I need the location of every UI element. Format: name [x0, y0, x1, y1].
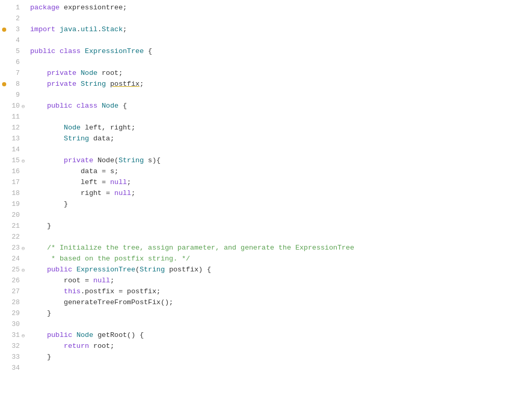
- collapse-button[interactable]: ⊖: [21, 265, 25, 276]
- line-number-10: 10⊖: [0, 100, 24, 111]
- code-line-15: private Node(String s){: [30, 155, 532, 166]
- line-number-34: 34: [0, 362, 24, 373]
- line-number-24: 24: [0, 253, 24, 264]
- marker-dot: [2, 82, 6, 86]
- line-number-9: 9: [0, 89, 24, 100]
- code-line-1: package expressiontree;: [30, 2, 532, 13]
- code-line-33: }: [30, 351, 532, 362]
- line-number-32: 32: [0, 341, 24, 351]
- line-number-18: 18: [0, 188, 24, 199]
- collapse-button[interactable]: ⊖: [21, 331, 25, 342]
- code-line-34: [30, 362, 532, 373]
- code-line-9: [30, 89, 532, 100]
- code-line-19: }: [30, 199, 532, 210]
- line-number-27: 27: [0, 286, 24, 297]
- code-line-26: root = null;: [30, 275, 532, 286]
- code-line-18: right = null;: [30, 188, 532, 199]
- code-line-3: import java.util.Stack;: [30, 24, 532, 35]
- code-line-23: /* Initialize the tree, assign parameter…: [30, 242, 532, 253]
- line-number-14: 14: [0, 144, 24, 155]
- line-number-15: 15⊖: [0, 155, 24, 166]
- line-number-12: 12: [0, 122, 24, 133]
- line-number-26: 26: [0, 275, 24, 286]
- code-line-13: String data;: [30, 133, 532, 144]
- code-line-28: generateTreeFromPostFix();: [30, 297, 532, 308]
- line-number-20: 20: [0, 210, 24, 220]
- line-number-25: 25⊖: [0, 264, 24, 275]
- line-number-21: 21: [0, 220, 24, 231]
- code-line-14: [30, 144, 532, 155]
- line-numbers: 12345678910⊖1112131415⊖1617181920212223⊖…: [0, 0, 24, 404]
- line-number-13: 13: [0, 133, 24, 144]
- code-line-17: left = null;: [30, 177, 532, 188]
- code-line-22: [30, 231, 532, 242]
- line-number-4: 4: [0, 35, 24, 46]
- code-line-12: Node left, right;: [30, 122, 532, 133]
- line-number-11: 11: [0, 111, 24, 122]
- code-line-29: }: [30, 308, 532, 319]
- code-line-11: [30, 111, 532, 122]
- code-line-10: public class Node {: [30, 100, 532, 111]
- line-number-19: 19: [0, 199, 24, 210]
- code-line-5: public class ExpressionTree {: [30, 46, 532, 57]
- line-number-2: 2: [0, 13, 24, 24]
- line-number-16: 16: [0, 166, 24, 177]
- code-line-4: [30, 35, 532, 46]
- line-number-1: 1: [0, 2, 24, 13]
- line-number-30: 30: [0, 319, 24, 330]
- code-editor: 12345678910⊖1112131415⊖1617181920212223⊖…: [0, 0, 532, 404]
- line-number-28: 28: [0, 297, 24, 308]
- code-line-7: private Node root;: [30, 68, 532, 79]
- code-line-20: [30, 210, 532, 220]
- code-line-8: private String postfix;: [30, 79, 532, 89]
- code-line-6: [30, 57, 532, 68]
- collapse-button[interactable]: ⊖: [21, 243, 25, 254]
- code-line-25: public ExpressionTree(String postfix) {: [30, 264, 532, 275]
- code-content: package expressiontree; import java.util…: [24, 0, 532, 404]
- line-number-29: 29: [0, 308, 24, 319]
- collapse-button[interactable]: ⊖: [21, 156, 25, 167]
- line-number-3: 3: [0, 24, 24, 35]
- code-line-16: data = s;: [30, 166, 532, 177]
- code-line-2: [30, 13, 532, 24]
- line-number-23: 23⊖: [0, 242, 24, 253]
- line-number-6: 6: [0, 57, 24, 68]
- code-line-32: return root;: [30, 341, 532, 351]
- line-number-33: 33: [0, 351, 24, 362]
- collapse-button[interactable]: ⊖: [21, 101, 25, 112]
- code-line-21: }: [30, 220, 532, 231]
- line-number-17: 17: [0, 177, 24, 188]
- code-line-24: * based on the postfix string. */: [30, 253, 532, 264]
- line-number-8: 8: [0, 79, 24, 89]
- line-number-5: 5: [0, 46, 24, 57]
- line-number-7: 7: [0, 68, 24, 79]
- code-line-27: this.postfix = postfix;: [30, 286, 532, 297]
- code-line-31: public Node getRoot() {: [30, 330, 532, 341]
- line-number-22: 22: [0, 231, 24, 242]
- marker-dot: [2, 28, 6, 32]
- line-number-31: 31⊖: [0, 330, 24, 341]
- code-line-30: [30, 319, 532, 330]
